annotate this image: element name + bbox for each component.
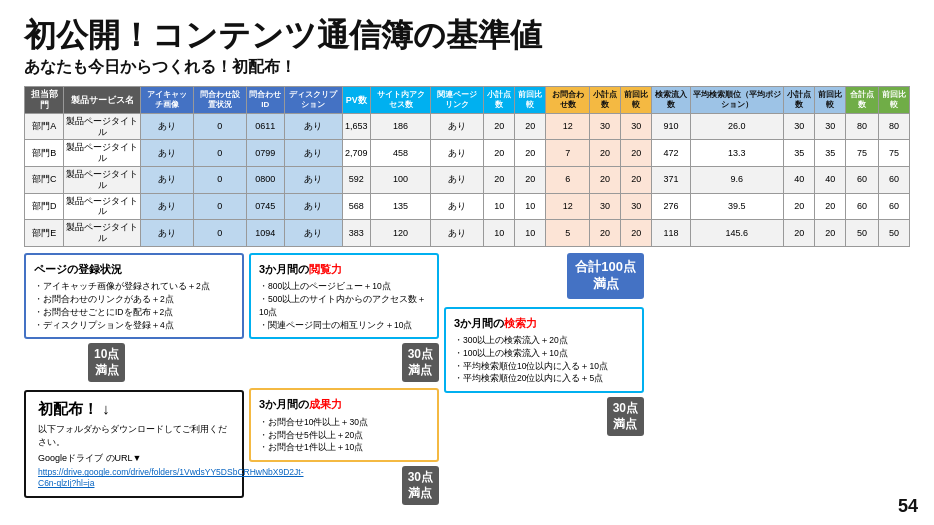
download-desc1: 以下フォルダからダウンロードしてご利用ください。: [38, 423, 230, 449]
table-cell: あり: [431, 166, 484, 193]
slide-subtitle: あなたも今日からつくれる！初配布！: [24, 57, 910, 78]
search-items: ・300以上の検索流入＋20点・100以上の検索流入＋10点・平均検索順位10位…: [454, 334, 634, 385]
result-items: ・お問合せ10件以上＋30点・お問合せ5件以上＋20点・お問合せ1件以上＋10点: [259, 416, 429, 454]
table-cell: 20: [590, 220, 621, 247]
registration-items: ・アイキャッチ画像が登録されている＋2点・お問合わせのリンクがある＋2点・お問合…: [34, 280, 234, 331]
col-prevt: 前回比較: [878, 87, 909, 114]
table-cell: あり: [284, 220, 342, 247]
table-cell: 20: [590, 166, 621, 193]
table-cell: 20: [815, 220, 846, 247]
download-desc2: Googleドライブ のURL▼: [38, 452, 230, 465]
col-left: ページの登録状況 ・アイキャッチ画像が登録されている＋2点・お問合わせのリンクが…: [24, 253, 244, 499]
table-cell: 371: [652, 166, 690, 193]
table-cell: 35: [815, 140, 846, 167]
table-cell: 30: [590, 193, 621, 220]
download-box: 初配布！ ↓ 以下フォルダからダウンロードしてご利用ください。 Googleドラ…: [24, 390, 244, 498]
table-cell: 30: [815, 113, 846, 140]
table-cell: 60: [846, 166, 878, 193]
list-item: ・お問合せ1件以上＋10点: [259, 441, 429, 454]
table-cell: 20: [515, 166, 546, 193]
table-cell: 20: [484, 113, 515, 140]
table-cell: 5: [546, 220, 590, 247]
col-contact-setup: 問合わせ設置状況: [193, 87, 246, 114]
table-cell: 472: [652, 140, 690, 167]
table-cell: 1,653: [342, 113, 370, 140]
table-cell: 20: [621, 140, 652, 167]
total-badge: 合計100点満点: [567, 253, 644, 299]
table-cell: 40: [784, 166, 815, 193]
reading-badge-row: 30点満点: [249, 343, 439, 382]
table-cell: 20: [515, 113, 546, 140]
list-item: ・お問合せせごとにIDを配布＋2点: [34, 306, 234, 319]
reading-title: 3か月間の閲覧力: [259, 261, 429, 278]
col-description: ディスクリプション: [284, 87, 342, 114]
result-badge: 30点満点: [402, 466, 439, 505]
page-number: 54: [898, 496, 918, 517]
table-cell: 75: [878, 140, 909, 167]
table-cell: 製品ページタイトル: [64, 140, 141, 167]
registration-badge: 10点満点: [88, 343, 125, 382]
table-cell: 568: [342, 193, 370, 220]
table-cell: 製品ページタイトル: [64, 193, 141, 220]
list-item: ・300以上の検索流入＋20点: [454, 334, 634, 347]
table-cell: あり: [141, 113, 194, 140]
col-subtotal2: 小計点数: [590, 87, 621, 114]
result-title-normal: 3か月間の: [259, 398, 309, 410]
table-cell: 6: [546, 166, 590, 193]
table-cell: 0: [193, 220, 246, 247]
table-cell: 276: [652, 193, 690, 220]
result-badge-row: 30点満点: [249, 466, 439, 505]
registration-title: ページの登録状況: [34, 261, 234, 278]
data-table: 担当部門 製品サービス名 アイキャッチ画像 問合わせ設置状況 問合わせID ディ…: [24, 86, 910, 247]
table-cell: あり: [141, 166, 194, 193]
table-cell: 40: [815, 166, 846, 193]
table-cell: 592: [342, 166, 370, 193]
result-title: 3か月間の成果力: [259, 396, 429, 413]
table-cell: 10: [515, 220, 546, 247]
table-cell: 20: [784, 220, 815, 247]
table-cell: 0745: [246, 193, 284, 220]
search-title-bold: 検索力: [504, 317, 537, 329]
lower-section: ページの登録状況 ・アイキャッチ画像が登録されている＋2点・お問合わせのリンクが…: [24, 253, 910, 506]
col-subtotal3: 小計点数: [784, 87, 815, 114]
list-item: ・アイキャッチ画像が登録されている＋2点: [34, 280, 234, 293]
table-cell: 製品ページタイトル: [64, 113, 141, 140]
table-cell: 80: [878, 113, 909, 140]
table-cell: あり: [431, 140, 484, 167]
result-box: 3か月間の成果力 ・お問合せ10件以上＋30点・お問合せ5件以上＋20点・お問合…: [249, 388, 439, 462]
search-badge-row: 30点満点: [444, 397, 644, 436]
table-cell: 80: [846, 113, 878, 140]
col-mid: 3か月間の閲覧力 ・800以上のページビュー＋10点・500以上のサイト内からの…: [249, 253, 439, 506]
table-cell: 60: [846, 193, 878, 220]
table-cell: 30: [621, 113, 652, 140]
table-cell: あり: [141, 220, 194, 247]
col-prev1: 前回比較: [515, 87, 546, 114]
table-cell: 20: [484, 166, 515, 193]
table-cell: 50: [846, 220, 878, 247]
table-cell: 910: [652, 113, 690, 140]
table-cell: 35: [784, 140, 815, 167]
reg-badge-row: 10点満点: [24, 343, 244, 382]
table-cell: あり: [284, 166, 342, 193]
col-search-rank: 平均検索順位（平均ポジション）: [690, 87, 783, 114]
table-cell: 20: [784, 193, 815, 220]
table-cell: 部門E: [25, 220, 64, 247]
table-cell: 0799: [246, 140, 284, 167]
table-cell: 145.6: [690, 220, 783, 247]
table-cell: 2,709: [342, 140, 370, 167]
table-cell: 30: [621, 193, 652, 220]
list-item: ・ディスクリプションを登録＋4点: [34, 319, 234, 332]
col-total: 合計点数: [846, 87, 878, 114]
table-cell: 50: [878, 220, 909, 247]
total-badge-container: 合計100点満点: [444, 253, 644, 299]
col-link: 関連ページリンク: [431, 87, 484, 114]
table-cell: 7: [546, 140, 590, 167]
search-title-normal: 3か月間の: [454, 317, 504, 329]
table-cell: 12: [546, 113, 590, 140]
table-cell: あり: [431, 193, 484, 220]
list-item: ・お問合せ10件以上＋30点: [259, 416, 429, 429]
download-title: 初配布！ ↓: [38, 400, 230, 419]
table-cell: 39.5: [690, 193, 783, 220]
col-dept: 担当部門: [25, 87, 64, 114]
table-row: 部門D製品ページタイトルあり00745あり568135あり10101230302…: [25, 193, 910, 220]
